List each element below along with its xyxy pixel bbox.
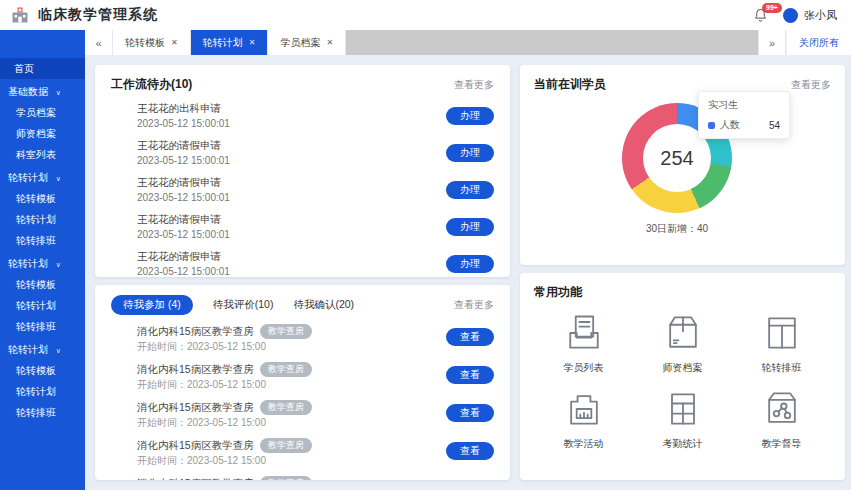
handle-button[interactable]: 办理 bbox=[446, 181, 494, 199]
sidebar-item[interactable]: 师资档案 bbox=[0, 123, 85, 144]
activity-tab[interactable]: 待我参加 (4) bbox=[111, 295, 193, 315]
function-shortcut[interactable]: 教学活动 bbox=[562, 387, 606, 451]
activity-item-time: 开始时间：2023-05-12 15:00 bbox=[137, 341, 312, 353]
chevron-down-icon: ∨ bbox=[56, 89, 61, 96]
sidebar-item-label: 轮转模板 bbox=[16, 365, 56, 376]
todo-item-time: 2023-05-12 15:00:01 bbox=[137, 266, 230, 277]
handle-button[interactable]: 办理 bbox=[446, 255, 494, 273]
collapse-tabs-button[interactable]: « bbox=[85, 30, 113, 55]
chevron-down-icon: ∨ bbox=[56, 347, 61, 354]
sidebar-item-label: 轮转计划 bbox=[16, 386, 56, 397]
view-button[interactable]: 查看 bbox=[446, 366, 494, 384]
function-shortcut[interactable]: 教学督导 bbox=[760, 387, 804, 451]
function-shortcut[interactable]: 学员列表 bbox=[562, 311, 606, 375]
chevron-down-icon: ∨ bbox=[56, 261, 61, 268]
sidebar-item[interactable]: 轮转排班 bbox=[0, 230, 85, 251]
activity-tab[interactable]: 待我评价(10) bbox=[213, 298, 274, 312]
activity-tag-badge: 教学查房 bbox=[260, 400, 312, 415]
tooltip-title: 实习生 bbox=[708, 98, 780, 112]
sidebar-item[interactable]: 基础数据 ∨ bbox=[0, 81, 85, 102]
todo-list-item: 王花花的请假申请 2023-05-12 15:00:01 办理 bbox=[111, 176, 494, 204]
tab-label: 轮转计划 bbox=[203, 36, 243, 50]
function-label: 考勤统计 bbox=[663, 437, 703, 451]
todo-item-time: 2023-05-12 15:00:01 bbox=[137, 229, 230, 241]
view-button[interactable]: 查看 bbox=[446, 404, 494, 422]
handle-button[interactable]: 办理 bbox=[446, 107, 494, 125]
sidebar-item[interactable]: 轮转计划 ∨ bbox=[0, 167, 85, 188]
tab[interactable]: 学员档案 ✕ bbox=[268, 30, 346, 55]
brand: 临床教学管理系统 bbox=[10, 5, 158, 25]
sidebar-item-label: 轮转计划 bbox=[16, 214, 56, 225]
function-label: 学员列表 bbox=[564, 361, 604, 375]
sidebar-item[interactable]: 轮转模板 bbox=[0, 360, 85, 381]
tab-close-icon[interactable]: ✕ bbox=[249, 38, 256, 47]
close-all-tabs-button[interactable]: 关闭所有 bbox=[786, 30, 851, 55]
tab[interactable]: 轮转计划 ✕ bbox=[191, 30, 269, 55]
sidebar-item[interactable]: 轮转计划 bbox=[0, 381, 85, 402]
sidebar-item-label: 轮转模板 bbox=[16, 279, 56, 290]
sidebar-item[interactable]: 轮转计划 ∨ bbox=[0, 339, 85, 360]
activity-list: 消化内科15病区教学查房教学查房 开始时间：2023-05-12 15:00 查… bbox=[111, 321, 494, 480]
sidebar-item[interactable]: 轮转模板 bbox=[0, 274, 85, 295]
tooltip-series-value: 54 bbox=[769, 120, 780, 131]
activity-panel: 待我参加 (4) 待我评价(10) 待我确认(20) 查看更多 bbox=[95, 285, 510, 480]
tabbar-filler bbox=[346, 30, 758, 55]
sidebar-item[interactable]: 轮转计划 bbox=[0, 295, 85, 316]
view-more-link[interactable]: 查看更多 bbox=[454, 298, 494, 312]
activity-tabs: 待我参加 (4) 待我评价(10) 待我确认(20) bbox=[111, 295, 354, 315]
activity-tab[interactable]: 待我确认(20) bbox=[293, 298, 354, 312]
handle-button[interactable]: 办理 bbox=[446, 218, 494, 236]
tab-close-icon[interactable]: ✕ bbox=[171, 38, 178, 47]
sidebar-item[interactable]: 轮转排班 bbox=[0, 402, 85, 423]
activity-item-time: 开始时间：2023-05-12 15:00 bbox=[137, 417, 312, 429]
function-shortcut[interactable]: 师资档案 bbox=[661, 311, 705, 375]
view-button[interactable]: 查看 bbox=[446, 328, 494, 346]
sidebar-item[interactable]: 轮转模板 bbox=[0, 188, 85, 209]
avatar bbox=[783, 8, 798, 23]
sidebar-item-label: 轮转计划 bbox=[8, 344, 48, 355]
sidebar-item[interactable]: 首页 bbox=[0, 58, 85, 79]
activity-item-time: 开始时间：2023-05-12 15:00 bbox=[137, 379, 312, 391]
app-title: 临床教学管理系统 bbox=[38, 6, 158, 24]
todo-item-time: 2023-05-12 15:00:01 bbox=[137, 118, 230, 130]
view-more-link[interactable]: 查看更多 bbox=[791, 78, 831, 92]
chart-tooltip: 实习生 人数 54 bbox=[698, 91, 790, 139]
expand-tabs-button[interactable]: » bbox=[758, 30, 786, 55]
sidebar-nav: 首页 基础数据 ∨ 学员档案 师资档案 科室列表 bbox=[0, 55, 85, 490]
handle-button[interactable]: 办理 bbox=[446, 144, 494, 162]
functions-grid: 学员列表 师资档案 轮转排班 bbox=[534, 311, 831, 451]
activity-tag-badge: 教学查房 bbox=[260, 362, 312, 377]
main-content: 工作流待办(10) 查看更多 王花花的出科申请 2023-05-12 15:00… bbox=[85, 55, 851, 490]
activity-list-item: 消化内科15病区教学查房教学查房 开始时间：2023-05-12 15:00 查… bbox=[111, 473, 494, 480]
sidebar-item[interactable]: 科室列表 bbox=[0, 144, 85, 165]
user-menu[interactable]: 张小凤 bbox=[783, 8, 837, 23]
tab-label: 学员档案 bbox=[280, 36, 320, 50]
function-label: 教学督导 bbox=[762, 437, 802, 451]
tab[interactable]: 轮转模板 ✕ bbox=[113, 30, 191, 55]
activity-item-title: 消化内科15病区教学查房 bbox=[137, 439, 254, 451]
sidebar-item-label: 轮转计划 bbox=[8, 172, 48, 183]
open-tabs: 轮转模板 ✕ 轮转计划 ✕ 学员档案 ✕ bbox=[113, 30, 346, 55]
teaching-device-icon bbox=[562, 387, 606, 431]
activity-item-title: 消化内科15病区教学查房 bbox=[137, 325, 254, 337]
document-tray-icon bbox=[562, 311, 606, 355]
package-box-icon bbox=[661, 311, 705, 355]
tooltip-series-marker bbox=[708, 122, 715, 129]
notification-bell-button[interactable]: 99+ bbox=[753, 7, 771, 23]
activity-list-item: 消化内科15病区教学查房教学查房 开始时间：2023-05-12 15:00 查… bbox=[111, 321, 494, 353]
sidebar-item[interactable]: 轮转计划 ∨ bbox=[0, 253, 85, 274]
sidebar-item[interactable]: 轮转计划 bbox=[0, 209, 85, 230]
function-label: 师资档案 bbox=[663, 361, 703, 375]
view-button[interactable]: 查看 bbox=[446, 442, 494, 460]
view-more-link[interactable]: 查看更多 bbox=[454, 78, 494, 92]
todo-item-time: 2023-05-12 15:00:01 bbox=[137, 155, 230, 167]
sidebar-item[interactable]: 轮转排班 bbox=[0, 316, 85, 337]
schedule-table-icon bbox=[760, 311, 804, 355]
common-functions-title: 常用功能 bbox=[534, 284, 582, 301]
activity-item-time: 开始时间：2023-05-12 15:00 bbox=[137, 455, 312, 467]
tab-close-icon[interactable]: ✕ bbox=[326, 38, 333, 47]
function-shortcut[interactable]: 轮转排班 bbox=[760, 311, 804, 375]
todo-list-item: 王花花的请假申请 2023-05-12 15:00:01 办理 bbox=[111, 250, 494, 277]
function-shortcut[interactable]: 考勤统计 bbox=[661, 387, 705, 451]
sidebar-item[interactable]: 学员档案 bbox=[0, 102, 85, 123]
